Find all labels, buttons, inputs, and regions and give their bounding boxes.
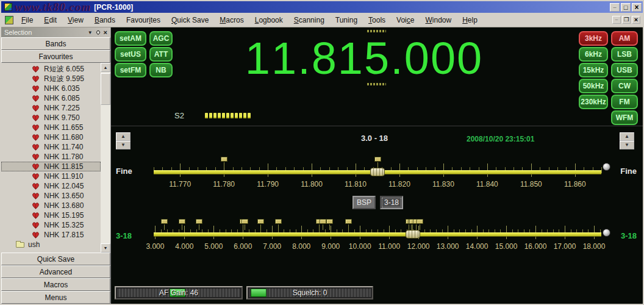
nb-button[interactable]: NB [149,63,173,77]
favourite-item[interactable]: ush [1,240,101,249]
favourite-item[interactable]: NHK 11.780 [1,152,101,162]
3-18-button[interactable]: 3-18 [380,196,403,209]
sidebar-close-icon[interactable]: × [104,29,107,35]
s-meter-label: S2 [174,111,184,120]
mode-wfm-button[interactable]: WFM [611,110,638,125]
scroll-down-icon[interactable]: ▼ [101,243,110,253]
tuning-handle[interactable] [370,168,385,176]
favourite-item[interactable]: NHK 11.910 [1,171,101,181]
favourite-item[interactable]: NHK 11.740 [1,142,101,152]
minimize-icon[interactable] [610,3,620,12]
menu-macros[interactable]: Macros [214,13,249,27]
filter-50khz-button[interactable]: 50kHz [579,79,608,93]
sidebar-header[interactable]: Selection ▼ × [1,27,110,37]
app-icon[interactable] [4,3,12,11]
scroll-up-icon[interactable]: ▲ [101,63,110,72]
mode-usb-button[interactable]: USB [611,63,638,77]
chevron-down-icon[interactable]: ▼ [88,30,93,35]
agc-button[interactable]: AGC [149,31,173,46]
menu-voice[interactable]: Voice [391,13,420,27]
menu-help[interactable]: Help [457,13,483,27]
memory-marker-flag [179,219,185,224]
maximize-icon[interactable] [621,3,631,12]
mdi-restore-icon[interactable] [622,16,631,24]
menu-window[interactable]: Window [420,13,457,27]
mode-fm-button[interactable]: FM [611,95,638,109]
menu-favourites[interactable]: Favourites [121,13,166,27]
setus-button[interactable]: setUS [115,47,146,62]
favourite-label: NHK 13.680 [44,201,84,210]
menu-edit[interactable]: Edit [38,13,62,27]
favourite-item[interactable]: NHK 6.085 [1,93,101,103]
squelch-track[interactable]: Squelch: 0 [248,288,371,298]
favourite-item[interactable]: NHK 17.815 [1,230,101,240]
memory-marker-flag [345,219,352,224]
coarse-tuning-slider[interactable]: 3.0004.0005.0006.0007.0008.0009.00010.00… [154,218,601,254]
close-icon[interactable] [632,3,642,12]
frequency-display[interactable]: 11.815.000 [202,32,526,84]
mdi-close-icon[interactable] [632,16,640,24]
frequency-digit[interactable]: 5 [364,32,390,84]
fine-tuning-slider[interactable]: 11.77011.78011.79011.80011.81011.82011.8… [154,156,601,192]
scale-label: 5.000 [204,242,223,251]
spin-up-icon[interactable] [116,132,131,141]
sidebar-section-favourites[interactable]: Favourites [1,50,110,63]
favourite-item[interactable]: NHK 12.045 [1,181,101,191]
filter-6khz-button[interactable]: 6kHz [579,47,608,62]
af-gain-track[interactable]: AF Gain: 46 [116,288,241,298]
mode-lsb-button[interactable]: LSB [611,47,638,62]
menu-logbook[interactable]: Logbook [249,13,288,27]
scale-label: 4.000 [175,242,193,251]
mdi-child-icon[interactable] [5,16,13,24]
spin-up-icon[interactable] [620,132,634,141]
favourite-item[interactable]: R短波 6.055 [1,64,101,74]
tuning-handle[interactable] [406,230,420,239]
setfm-button[interactable]: setFM [115,63,146,77]
menu-tuning[interactable]: Tuning [330,13,363,27]
fine-end-knob[interactable] [603,163,610,171]
sidebar-button-quick-save[interactable]: Quick Save [1,253,110,265]
att-button[interactable]: ATT [149,47,173,62]
favourite-item[interactable]: NHK 9.750 [1,113,101,123]
favourite-item[interactable]: NHK 11.680 [1,132,101,142]
af-gain-slider[interactable]: AF Gain: 46 [115,286,243,300]
memory-marker-flag [275,219,282,224]
favourite-item[interactable]: R短波 9.595 [1,74,101,84]
favourite-item[interactable]: NHK 11.815 [1,162,101,171]
favourite-item[interactable]: NHK 15.325 [1,220,101,230]
pin-icon[interactable] [95,30,100,35]
favourite-item[interactable]: NHK 13.680 [1,201,101,210]
filter-3khz-button[interactable]: 3kHz [579,31,608,46]
favourite-item[interactable]: NHK 11.655 [1,123,101,132]
favourite-item[interactable]: NHK 13.650 [1,191,101,201]
squelch-slider[interactable]: Squelch: 0 [246,286,373,300]
favourite-item[interactable]: NHK 15.195 [1,210,101,220]
filter-15khz-button[interactable]: 15kHz [579,63,608,77]
sidebar-button-macros[interactable]: Macros [1,278,110,291]
sidebar-button-menus[interactable]: Menus [1,291,110,304]
menu-bands[interactable]: Bands [89,13,121,27]
setam-button[interactable]: setAM [115,31,146,46]
menu-scanning[interactable]: Scanning [288,13,330,27]
menu-tools[interactable]: Tools [363,13,391,27]
sidebar-button-advanced[interactable]: Advanced [1,265,110,278]
filter-230khz-button[interactable]: 230kHz [579,95,608,109]
mdi-minimize-icon[interactable] [612,16,621,24]
bsp-button[interactable]: BSP [352,196,376,209]
favourites-scrollbar[interactable]: ▲ ▼ [101,63,110,253]
favourite-item[interactable]: NHK 7.225 [1,103,101,113]
coarse-end-knob[interactable] [603,229,610,237]
sidebar-section-bands[interactable]: Bands [1,37,110,50]
tuning-bar[interactable] [154,232,601,237]
spin-down-icon[interactable] [116,141,131,149]
mode-am-button[interactable]: AM [611,31,638,46]
window-title: [PCR-1000] [94,3,133,12]
scale-label: 11.820 [388,180,410,188]
mode-cw-button[interactable]: CW [611,79,638,93]
menu-file[interactable]: File [16,13,38,27]
spin-down-icon[interactable] [620,141,634,149]
menu-quick-save[interactable]: Quick Save [166,13,214,27]
favourite-item[interactable]: NHK 6.035 [1,84,101,93]
scrollbar-thumb[interactable] [101,73,110,105]
menu-view[interactable]: View [62,13,89,27]
